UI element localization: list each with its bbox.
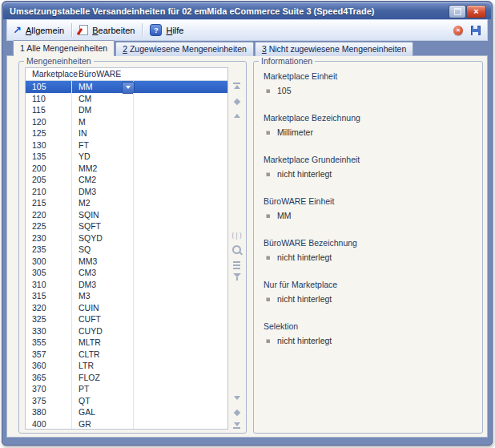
scroll-first-button[interactable] xyxy=(229,79,244,91)
table-row[interactable]: 355MLTR xyxy=(26,337,227,349)
cell-bueroware: LTR xyxy=(72,360,134,372)
cell-bueroware: PT xyxy=(72,383,134,395)
informationen-groupbox: Informationen Marketplace Einheit105Mark… xyxy=(253,61,483,434)
table-row[interactable]: 125IN xyxy=(26,127,227,139)
help-icon: ? xyxy=(150,24,162,36)
scroll-first-icon xyxy=(233,83,240,84)
table-row[interactable]: 235SQ xyxy=(26,244,227,256)
table-row[interactable]: 330CUYD xyxy=(26,325,227,337)
table-header: Marketplace BüroWARE xyxy=(26,68,227,81)
app-window: Umsetzungstabelle Versandeinheiten für 0… xyxy=(2,1,493,446)
cell-bueroware: MM3 xyxy=(72,256,134,268)
info-field: BüroWARE EinheitMM xyxy=(264,196,474,220)
cell-marketplace: 225 xyxy=(26,220,72,232)
table-row[interactable]: 130FT xyxy=(26,139,227,151)
table-row[interactable]: 400GR xyxy=(26,418,227,430)
table-row[interactable]: 225SQFT xyxy=(26,220,227,232)
cell-bueroware: CM2 xyxy=(72,174,134,186)
square-bullet-icon xyxy=(266,214,270,218)
info-field: BüroWARE Bezeichnungnicht hinterlegt xyxy=(264,238,474,262)
tab-zugewiesene-mengeneinheiten[interactable]: 2 Zugewiesene Mengeneinheiten xyxy=(115,42,254,56)
cell-bueroware: CUYD xyxy=(72,325,134,337)
table-row[interactable]: 357CLTR xyxy=(26,349,227,361)
table-row[interactable]: 380GAL xyxy=(26,406,227,418)
cell-marketplace: 360 xyxy=(26,360,72,372)
scroll-page-down-button[interactable] xyxy=(229,406,244,418)
mengeneinheiten-groupbox: Mengeneinheiten Marketplace BüroWARE 105… xyxy=(18,61,247,434)
cell-marketplace: 300 xyxy=(26,256,72,268)
table-toolbar-rail: (|) xyxy=(229,62,244,433)
table-row[interactable]: 300MM3 xyxy=(26,256,227,268)
cell-marketplace: 357 xyxy=(26,349,72,361)
allgemein-button[interactable]: ↗ Allgemein xyxy=(7,23,70,37)
cell-bueroware: CUFT xyxy=(72,313,134,325)
cell-marketplace: 305 xyxy=(26,267,72,279)
search-button[interactable] xyxy=(229,244,244,256)
cell-marketplace: 330 xyxy=(26,325,72,337)
close-icon: × xyxy=(473,7,478,16)
save-icon[interactable] xyxy=(471,26,481,35)
bueroware-dropdown-button[interactable] xyxy=(122,82,135,94)
cell-marketplace: 115 xyxy=(26,104,72,116)
table-row[interactable]: 320CUIN xyxy=(26,302,227,314)
table-row[interactable]: 370PT xyxy=(26,383,227,395)
info-field: Marketplace Grundeinheitnicht hinterlegt xyxy=(264,155,474,179)
info-field-label: Selektion xyxy=(264,321,474,331)
cell-bueroware: FLOZ xyxy=(72,372,134,384)
table-row[interactable]: 120M xyxy=(26,116,227,128)
table-row[interactable]: 365FLOZ xyxy=(26,372,227,384)
cell-marketplace: 320 xyxy=(26,302,72,314)
table-row[interactable]: 205CM2 xyxy=(26,174,227,186)
cell-bueroware: CM3 xyxy=(72,267,134,279)
bearbeiten-label: Bearbeiten xyxy=(92,26,135,35)
filter-button[interactable] xyxy=(229,271,244,283)
square-bullet-icon xyxy=(266,89,270,93)
cell-marketplace: 125 xyxy=(26,127,72,139)
bearbeiten-button[interactable]: Bearbeiten xyxy=(74,23,140,37)
scroll-page-up-button[interactable] xyxy=(229,95,244,107)
table-row[interactable]: 325CUFT xyxy=(26,313,227,325)
table-row[interactable]: 310DM3 xyxy=(26,279,227,291)
close-button[interactable]: × xyxy=(466,5,486,18)
tab-alle-mengeneinheiten[interactable]: 1 Alle Mengeneinheiten xyxy=(13,40,115,56)
table-row[interactable]: 360LTR xyxy=(26,360,227,372)
hilfe-button[interactable]: ? Hilfe xyxy=(144,22,189,38)
unit-table-body: 105MM110CM115DM120M125IN130FT135YD200MM2… xyxy=(26,81,227,430)
info-field: Marketplace BezeichnungMillimeter xyxy=(264,113,474,137)
info-field-value: Millimeter xyxy=(277,127,313,137)
restore-button[interactable] xyxy=(449,5,466,18)
scroll-down-button[interactable] xyxy=(229,392,244,404)
table-row[interactable]: 215M2 xyxy=(26,197,227,209)
info-field-label: Marketplace Einheit xyxy=(264,71,474,81)
allgemein-label: Allgemein xyxy=(26,26,64,35)
table-row[interactable]: 110CM xyxy=(26,93,227,105)
cell-marketplace: 365 xyxy=(26,372,72,384)
cancel-icon[interactable]: × xyxy=(453,26,463,35)
table-row[interactable]: 200MM2 xyxy=(26,163,227,175)
table-row[interactable]: 375QT xyxy=(26,395,227,407)
info-field: Nur für Marketplacenicht hinterlegt xyxy=(264,280,474,304)
table-row[interactable]: 315M3 xyxy=(26,290,227,302)
table-row[interactable]: 105MM xyxy=(26,81,227,93)
cell-bueroware: DM xyxy=(72,104,134,116)
cell-bueroware: IN xyxy=(72,127,134,139)
sort-button[interactable] xyxy=(229,259,244,271)
column-header-bueroware[interactable]: BüroWARE xyxy=(72,68,134,80)
table-row[interactable]: 230SQYD xyxy=(26,232,227,244)
window-title: Umsetzungstabelle Versandeinheiten für 0… xyxy=(3,6,374,16)
table-row[interactable]: 220SQIN xyxy=(26,209,227,221)
scroll-last-button[interactable] xyxy=(229,419,244,431)
cell-bueroware: GAL xyxy=(72,406,134,418)
tab-nicht-zugewiesene-mengeneinheiten[interactable]: 3 Nicht zugewiesene Mengeneinheiten xyxy=(255,42,413,56)
cell-marketplace: 105 xyxy=(26,81,72,93)
square-bullet-icon xyxy=(266,297,270,301)
cell-bueroware: M3 xyxy=(72,290,134,302)
table-row[interactable]: 135YD xyxy=(26,151,227,163)
table-row[interactable]: 210DM3 xyxy=(26,186,227,198)
table-row[interactable]: 305CM3 xyxy=(26,267,227,279)
column-header-marketplace[interactable]: Marketplace xyxy=(26,68,72,80)
table-row[interactable]: 115DM xyxy=(26,104,227,116)
info-field-label: BüroWARE Bezeichnung xyxy=(264,238,474,248)
scroll-up-button[interactable] xyxy=(229,110,244,122)
columns-button[interactable]: (|) xyxy=(229,230,244,242)
